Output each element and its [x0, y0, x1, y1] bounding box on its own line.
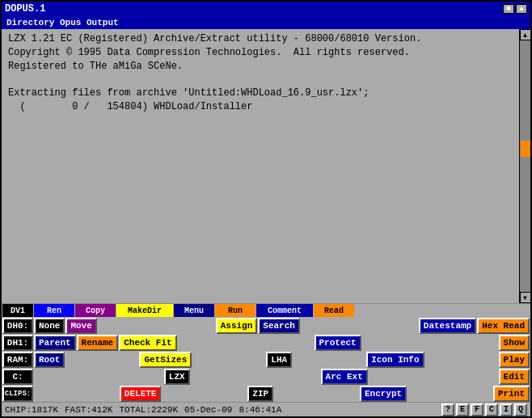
output-text: LZX 1.21 EC (Registered) Archive/Extract… [8, 32, 524, 114]
btn-parent[interactable]: Parent [34, 335, 76, 351]
btn-search[interactable]: Search [258, 318, 300, 334]
btn-rename[interactable]: Rename [77, 335, 119, 351]
partial-copy[interactable]: Copy [75, 304, 116, 317]
btn-check-fit[interactable]: Check Fit [119, 335, 176, 351]
status-time: 8:46:41A [239, 405, 281, 415]
row-dh0: DH0: None Move Assign Search Datestamp H… [2, 317, 530, 334]
partial-run[interactable]: Run [215, 304, 255, 317]
spacer5 [65, 352, 138, 368]
partial-read[interactable]: Read [314, 304, 354, 317]
row-ram: RAM: Root GetSizes LHA Icon Info Play [2, 351, 530, 368]
btn-encrypt[interactable]: Encrypt [360, 386, 407, 402]
label-c: C: [2, 369, 33, 385]
btn-show[interactable]: Show [499, 335, 530, 351]
btn-lha[interactable]: LHA [266, 352, 292, 368]
status-btn-q[interactable]: ? [441, 403, 454, 416]
row-dh1-buttons: Parent Rename Check Fit Protect Show [34, 335, 530, 351]
btn-assign[interactable]: Assign [216, 318, 258, 334]
scrollbar-down[interactable]: ▼ [520, 292, 531, 303]
status-btn-e[interactable]: E [456, 403, 469, 416]
btn-play[interactable]: Play [499, 352, 530, 368]
label-dh0: DH0: [2, 318, 33, 334]
row-dh1: DH1: Parent Rename Check Fit Protect Sho… [2, 334, 530, 351]
btn-hex-read[interactable]: Hex Read [477, 318, 530, 334]
label-clips: CLIPS: [2, 386, 33, 402]
btn-move[interactable]: Move [65, 318, 96, 334]
btn-datestamp[interactable]: Datestamp [419, 318, 476, 334]
output-area: LZX 1.21 EC (Registered) Archive/Extract… [2, 29, 530, 303]
window-frame: DOPUS.1 ■ ▲ Directory Opus Output LZX 1.… [0, 0, 532, 418]
btn-get-sizes[interactable]: GetSizes [139, 352, 192, 368]
window-title: DOPUS.1 [5, 3, 45, 15]
spacer13 [162, 386, 247, 402]
btn-print[interactable]: Print [493, 386, 530, 402]
output-header: Directory Opus Output [2, 16, 530, 29]
btn-none[interactable]: None [34, 318, 65, 334]
row-ram-buttons: Root GetSizes LHA Icon Info Play [34, 352, 530, 368]
label-ram: RAM: [2, 352, 33, 368]
btn-root[interactable]: Root [34, 352, 65, 368]
partial-comment[interactable]: Comment [256, 304, 313, 317]
btn-zip[interactable]: ZIP [247, 386, 273, 402]
status-date: 05-Dec-09 [184, 405, 232, 415]
spacer2 [301, 318, 418, 334]
bottom-area: DV1 Ren Copy MakeDir Menu Run Comment Re… [2, 303, 530, 416]
btn-icon-info[interactable]: Icon Info [366, 352, 424, 368]
scrollbar-track[interactable] [520, 40, 531, 292]
spacer11 [369, 369, 498, 385]
spacer15 [407, 386, 492, 402]
status-btn-i[interactable]: I [500, 403, 513, 416]
status-btn-f[interactable]: F [471, 403, 483, 416]
btn-edit[interactable]: Edit [499, 369, 530, 385]
spacer12 [34, 386, 119, 402]
spacer14 [274, 386, 359, 402]
partial-makedir[interactable]: MakeDir [116, 304, 173, 317]
label-dh1: DH1: [2, 335, 33, 351]
partial-menu[interactable]: Menu [174, 304, 214, 317]
scrollbar[interactable]: ▲ ▼ [519, 29, 530, 303]
title-controls: ■ ▲ [503, 4, 527, 14]
scrollbar-thumb[interactable] [521, 141, 530, 157]
partial-row: DV1 Ren Copy MakeDir Menu Run Comment Re… [2, 304, 530, 317]
row-c: C: LZX Arc Ext Edit [2, 368, 530, 385]
spacer3 [178, 335, 314, 351]
output-header-label: Directory Opus Output [6, 18, 119, 27]
btn-delete[interactable]: DELETE [120, 386, 162, 402]
status-chip: CHIP:1817K [5, 405, 58, 415]
spacer6 [192, 352, 265, 368]
btn-arc-ext[interactable]: Arc Ext [321, 369, 368, 385]
row-clips-buttons: DELETE ZIP Encrypt Print [34, 386, 530, 402]
maximize-button[interactable]: ▲ [516, 4, 527, 14]
minimize-button[interactable]: ■ [503, 4, 514, 14]
row-dh0-buttons: None Move Assign Search Datestamp Hex Re… [34, 318, 530, 334]
title-bar: DOPUS.1 ■ ▲ [2, 2, 530, 16]
partial-ren[interactable]: Ren [34, 304, 74, 317]
row-c-buttons: LZX Arc Ext Edit [34, 369, 530, 385]
partial-dv1[interactable]: DV1 [2, 304, 33, 317]
btn-protect[interactable]: Protect [315, 335, 361, 351]
spacer1 [98, 318, 215, 334]
status-total: TOTAL:2229K [119, 405, 178, 415]
status-bar: CHIP:1817K FAST:412K TOTAL:2229K 05-Dec-… [2, 402, 530, 416]
spacer9 [34, 369, 163, 385]
status-fast: FAST:412K [65, 405, 112, 415]
spacer10 [191, 369, 320, 385]
spacer8 [425, 352, 498, 368]
row-clips: CLIPS: DELETE ZIP Encrypt Print [2, 385, 530, 402]
spacer4 [362, 335, 498, 351]
scrollbar-up[interactable]: ▲ [520, 29, 531, 40]
spacer7 [293, 352, 365, 368]
status-btn-quit[interactable]: Q [514, 403, 527, 416]
btn-lzx[interactable]: LZX [164, 369, 190, 385]
status-btn-c[interactable]: C [485, 403, 498, 416]
